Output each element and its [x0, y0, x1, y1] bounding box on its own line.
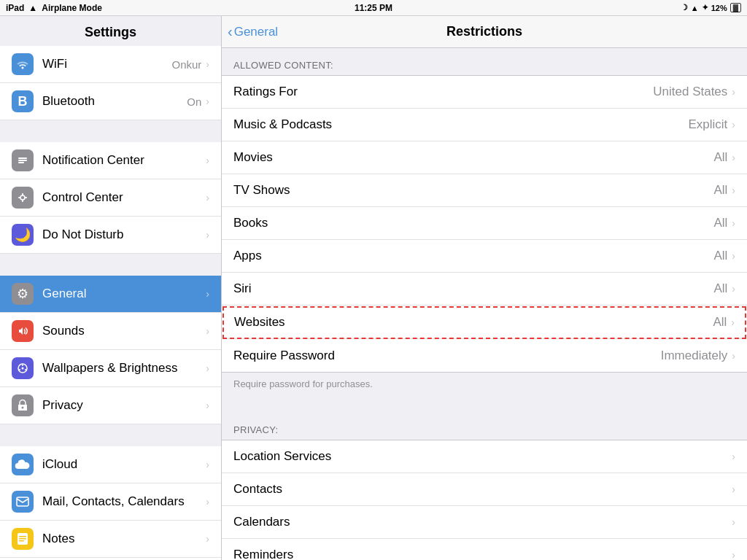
- sidebar-header: Settings: [0, 16, 221, 46]
- music-podcasts-value: Explicit: [688, 117, 727, 132]
- svg-rect-18: [19, 540, 24, 542]
- apps-chevron: ›: [732, 250, 735, 262]
- svg-point-13: [22, 407, 24, 409]
- icloud-label: iCloud: [42, 457, 206, 472]
- contacts-label: Contacts: [233, 482, 732, 497]
- ratings-for-row[interactable]: Ratings For United States ›: [222, 76, 747, 109]
- sidebar-item-control-center[interactable]: Control Center ›: [0, 179, 221, 217]
- movies-label: Movies: [233, 150, 713, 165]
- sounds-chevron: ›: [206, 325, 209, 337]
- contacts-chevron: ›: [732, 483, 735, 495]
- books-label: Books: [233, 216, 713, 230]
- svg-rect-7: [25, 197, 27, 198]
- calendars-label: Calendars: [233, 515, 732, 529]
- music-chevron: ›: [732, 119, 735, 131]
- svg-point-12: [22, 368, 24, 370]
- control-chevron: ›: [206, 192, 209, 203]
- ipad-label: iPad: [6, 3, 24, 13]
- svg-rect-17: [19, 538, 26, 540]
- require-password-row[interactable]: Require Password Immediately ›: [222, 340, 747, 372]
- ratings-for-label: Ratings For: [233, 85, 653, 99]
- sidebar-item-notification-center[interactable]: Notification Center ›: [0, 142, 221, 179]
- notif-chevron: ›: [206, 155, 209, 166]
- calendars-row[interactable]: Calendars ›: [222, 506, 747, 539]
- location-services-row[interactable]: Location Services ›: [222, 440, 747, 473]
- apps-row[interactable]: Apps All ›: [222, 240, 747, 273]
- sidebar-item-do-not-disturb[interactable]: 🌙 Do Not Disturb ›: [0, 217, 221, 254]
- dnd-label: Do Not Disturb: [42, 228, 206, 242]
- svg-rect-2: [18, 162, 24, 163]
- svg-rect-1: [18, 160, 27, 161]
- right-header: ‹ General Restrictions: [222, 16, 747, 48]
- siri-row[interactable]: Siri All ›: [222, 273, 747, 306]
- location-chevron: ›: [732, 451, 735, 462]
- allowed-content-section-label: ALLOWED CONTENT:: [222, 48, 747, 75]
- wifi-status-icon: ▲: [28, 3, 37, 13]
- bluetooth-icon-sidebar: B: [12, 90, 34, 112]
- right-panel: ‹ General Restrictions ALLOWED CONTENT: …: [222, 16, 747, 560]
- moon-icon: ☽: [681, 3, 688, 12]
- sidebar-item-wallpapers[interactable]: Wallpapers & Brightness ›: [0, 350, 221, 387]
- notes-icon: [12, 528, 34, 550]
- privacy-group: Location Services › Contacts › Calendars…: [222, 440, 747, 560]
- control-center-icon: [12, 187, 34, 209]
- wifi-icon: [12, 53, 34, 75]
- sidebar-item-general[interactable]: ⚙ General ›: [0, 276, 221, 313]
- reminders-privacy-chevron: ›: [732, 549, 735, 560]
- siri-chevron: ›: [732, 283, 735, 295]
- require-password-label: Require Password: [233, 349, 661, 363]
- svg-rect-4: [22, 193, 23, 195]
- location-services-label: Location Services: [233, 449, 732, 464]
- siri-label: Siri: [233, 281, 713, 296]
- websites-value: All: [713, 315, 727, 330]
- books-row[interactable]: Books All ›: [222, 207, 747, 240]
- sidebar-item-mail[interactable]: Mail, Contacts, Calendars ›: [0, 483, 221, 521]
- privacy-section-label: PRIVACY:: [222, 413, 747, 440]
- back-chevron-icon: ‹: [228, 23, 233, 40]
- notes-chevron: ›: [206, 533, 209, 545]
- music-podcasts-label: Music & Podcasts: [233, 117, 688, 132]
- time-display: 11:25 PM: [355, 3, 392, 13]
- require-password-chevron: ›: [732, 350, 735, 362]
- wifi-value: Onkur: [171, 58, 201, 71]
- websites-row[interactable]: Websites All ›: [222, 306, 746, 339]
- apps-value: All: [713, 249, 727, 263]
- notification-icon: [12, 149, 34, 171]
- sidebar-item-bluetooth[interactable]: B Bluetooth On ›: [0, 83, 221, 120]
- music-podcasts-row[interactable]: Music & Podcasts Explicit ›: [222, 109, 747, 141]
- bluetooth-label: Bluetooth: [42, 94, 187, 109]
- dnd-icon: 🌙: [12, 224, 34, 246]
- reminders-privacy-row[interactable]: Reminders ›: [222, 539, 747, 560]
- wallpaper-icon: [12, 357, 34, 379]
- status-bar: iPad ▲ Airplane Mode 11:25 PM ☽ ▲ ✦ 12% …: [0, 0, 747, 16]
- svg-rect-5: [22, 200, 23, 202]
- sidebar-item-sounds[interactable]: Sounds ›: [0, 313, 221, 350]
- wifi-label: WiFi: [42, 57, 171, 71]
- mail-label: Mail, Contacts, Calendars: [42, 494, 206, 509]
- apps-label: Apps: [233, 249, 713, 263]
- movies-row[interactable]: Movies All ›: [222, 141, 747, 174]
- icloud-chevron: ›: [206, 459, 209, 470]
- bluetooth-chevron: ›: [206, 96, 209, 107]
- sidebar-item-privacy[interactable]: Privacy ›: [0, 387, 221, 424]
- siri-value: All: [713, 281, 727, 296]
- svg-point-11: [25, 369, 26, 370]
- sidebar-item-notes[interactable]: Notes ›: [0, 521, 221, 558]
- websites-chevron: ›: [731, 316, 735, 328]
- svg-rect-14: [17, 497, 28, 506]
- airplane-mode-label: Airplane Mode: [42, 3, 102, 13]
- dnd-chevron: ›: [206, 229, 209, 241]
- sidebar-item-icloud[interactable]: iCloud ›: [0, 446, 221, 483]
- ratings-for-value: United States: [653, 85, 727, 99]
- back-label: General: [234, 25, 278, 39]
- privacy-icon: [12, 394, 34, 416]
- tv-shows-row[interactable]: TV Shows All ›: [222, 174, 747, 207]
- require-password-note: Require password for purchases.: [222, 373, 747, 398]
- icloud-icon: [12, 454, 34, 475]
- contacts-row[interactable]: Contacts ›: [222, 473, 747, 506]
- restrictions-title: Restrictions: [446, 24, 522, 39]
- back-button[interactable]: ‹ General: [228, 23, 278, 40]
- allowed-content-group: Ratings For United States › Music & Podc…: [222, 75, 747, 373]
- sounds-icon: [12, 320, 34, 342]
- sidebar-item-wifi[interactable]: WiFi Onkur ›: [0, 46, 221, 83]
